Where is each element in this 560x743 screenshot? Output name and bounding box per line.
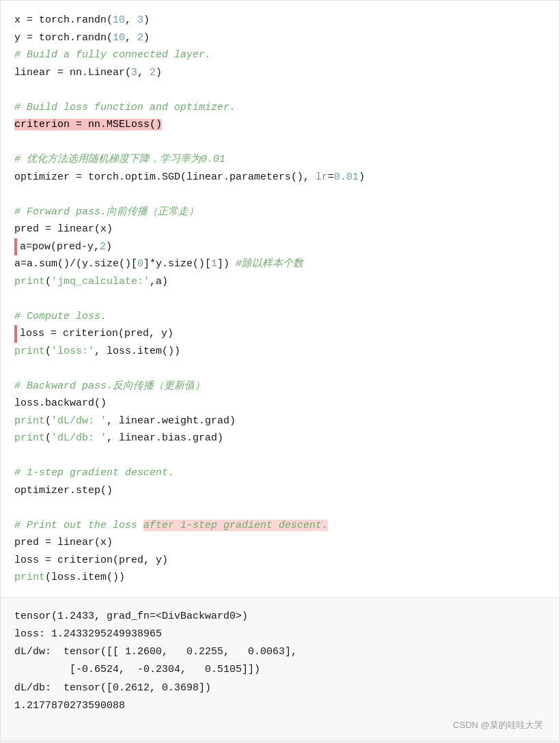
code-line: print('jmq_calculate:',a) (14, 273, 546, 291)
code-comment: # Build a fully connected layer. (14, 46, 546, 64)
code-block: x = torch.randn(10, 3) y = torch.randn(1… (0, 0, 560, 598)
code-line: print('dL/dw: ', linear.weight.grad) (14, 412, 546, 430)
code-line: print('dL/db: ', linear.bias.grad) (14, 430, 546, 447)
code-line: loss = criterion(pred, y) (14, 325, 546, 343)
output-line: dL/db: tensor([0.2612, 0.3698]) (14, 679, 546, 697)
code-comment-chinese: # Backward pass.反向传播（更新值） (14, 378, 546, 395)
code-line: a=a.sum()/(y.size()[0]*y.size()[1]) #除以样… (14, 255, 546, 273)
watermark: CSDN @菜的哇哇大哭 (14, 719, 546, 731)
code-comment-chinese: # 优化方法选用随机梯度下降，学习率为0.01 (14, 151, 546, 169)
code-line: loss.backward() (14, 395, 546, 412)
code-line: optimizer = torch.optim.SGD(linear.param… (14, 169, 546, 186)
code-comment: # Compute loss. (14, 308, 546, 326)
code-line: linear = nn.Linear(3, 2) (14, 64, 546, 82)
output-line: tensor(1.2433, grad_fn=<DivBackward0>) (14, 608, 546, 626)
code-line: loss = criterion(pred, y) (14, 552, 546, 570)
code-comment: # Build loss function and optimizer. (14, 99, 546, 117)
code-line-highlighted: criterion = nn.MSELoss() (14, 116, 546, 134)
code-line: print(loss.item()) (14, 569, 546, 587)
code-line: pred = linear(x) (14, 221, 546, 238)
code-line: y = torch.randn(10, 2) (14, 29, 546, 47)
output-block: tensor(1.2433, grad_fn=<DivBackward0>) l… (0, 598, 560, 742)
code-line: x = torch.randn(10, 3) (14, 12, 546, 29)
output-line: loss: 1.2433295249938965 (14, 626, 546, 643)
code-comment-chinese: # Forward pass.向前传播（正常走） (14, 204, 546, 221)
output-line: [-0.6524, -0.2304, 0.5105]]) (14, 661, 546, 679)
code-comment: # 1-step gradient descent. (14, 464, 546, 482)
code-line: print('loss:', loss.item()) (14, 343, 546, 361)
output-line: dL/dw: tensor([[ 1.2600, 0.2255, 0.0063]… (14, 643, 546, 661)
output-line: 1.2177870273590088 (14, 697, 546, 715)
code-line: pred = linear(x) (14, 534, 546, 552)
code-line: optimizer.step() (14, 482, 546, 500)
code-line-marker: a=pow(pred-y,2) (14, 238, 546, 256)
code-comment-highlight: # Print out the loss after 1-step gradie… (14, 517, 546, 535)
